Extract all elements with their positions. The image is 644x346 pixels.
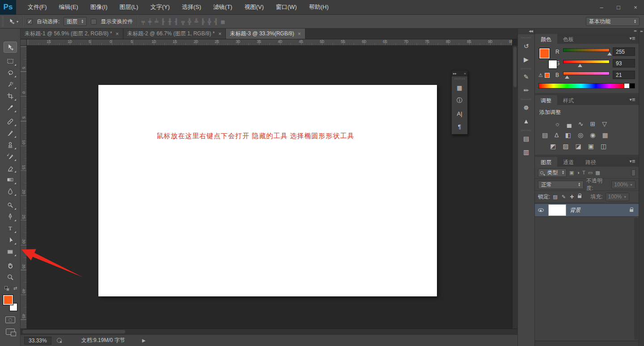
menu-item[interactable]: 选择(S) <box>182 3 201 11</box>
curves-icon[interactable]: ∿ <box>578 121 584 127</box>
photo-filter-icon[interactable]: ◎ <box>578 132 583 138</box>
fill-dropdown[interactable]: 100% ▼ <box>606 193 630 201</box>
workspace-switcher[interactable]: 基本功能 ▲▼ <box>586 17 640 26</box>
type-tool[interactable]: T <box>4 223 17 234</box>
expand-dock-button[interactable]: ◀◀ <box>518 29 534 34</box>
distribute-left-edges-icon[interactable]: ╠ <box>201 18 205 25</box>
menu-item[interactable]: 滤镜(T) <box>213 3 233 11</box>
clone-source-panel-icon[interactable]: ▦ <box>454 83 466 93</box>
move-tool[interactable] <box>4 42 17 53</box>
posterize-icon[interactable]: ▨ <box>563 143 568 149</box>
clone-stamp-tool[interactable] <box>4 139 17 150</box>
layer-comps-panel-icon[interactable]: ▥ <box>520 146 533 158</box>
green-value-field[interactable]: 93 <box>613 59 635 68</box>
blend-mode-dropdown[interactable]: 正常 ▲▼ <box>538 181 584 189</box>
menu-item[interactable]: 窗口(W) <box>276 3 297 11</box>
white-swatch[interactable] <box>624 83 630 89</box>
color-balance-icon[interactable]: ∆ <box>555 132 559 138</box>
quick-selection-tool[interactable] <box>4 79 17 90</box>
green-slider-thumb[interactable] <box>578 64 582 67</box>
auto-select-target-dropdown[interactable]: 图层 ▲▼ <box>64 17 87 26</box>
tab-adjustments[interactable]: 调整 <box>535 95 557 105</box>
vibrance-icon[interactable]: ▽ <box>602 121 607 127</box>
tab-close-icon[interactable]: × <box>116 31 119 37</box>
pen-tool[interactable] <box>4 211 17 222</box>
menu-item[interactable]: 文字(Y) <box>150 3 169 11</box>
horizontal-ruler[interactable]: 1510505101520253035404550556065707580859… <box>27 39 512 46</box>
layer-row-background[interactable]: 背景 <box>535 203 639 217</box>
hue-saturation-icon[interactable]: ▤ <box>542 132 548 138</box>
panel-menu-icon[interactable]: ▾≣ <box>630 157 639 167</box>
layer-visibility-eye-icon[interactable] <box>538 208 544 212</box>
tab-layers[interactable]: 图层 <box>535 157 557 167</box>
foreground-color-swatch[interactable] <box>539 48 550 59</box>
current-tool-button[interactable]: ▾ <box>8 18 18 25</box>
align-top-edges-icon[interactable]: ╤ <box>141 18 145 25</box>
tab-color[interactable]: 颜色 <box>535 34 557 44</box>
filter-type-dropdown[interactable]: 类型 ▲▼ <box>538 169 567 177</box>
actions-panel-icon[interactable]: ▶ <box>520 54 533 65</box>
gradient-map-icon[interactable]: ▣ <box>588 143 594 149</box>
scroll-thumb[interactable] <box>513 47 517 87</box>
red-slider-thumb[interactable] <box>607 52 612 55</box>
tab-close-icon[interactable]: × <box>218 31 221 37</box>
quick-mask-button[interactable] <box>5 316 15 323</box>
scroll-thumb[interactable] <box>22 330 125 333</box>
minimize-button[interactable]: – <box>593 4 610 11</box>
document-tab[interactable]: 未标题-1 @ 56.9% (图层 2, RGB/8) * × <box>21 29 123 39</box>
document-tab[interactable]: 未标题-3 @ 33.3%(RGB/8) × <box>226 29 305 39</box>
dodge-tool[interactable] <box>4 199 17 211</box>
navigator-panel-icon[interactable]: ☸ <box>520 102 533 114</box>
filter-adjustment-layers-icon[interactable]: ◑ <box>576 170 580 175</box>
tab-paths[interactable]: 路径 <box>580 157 602 167</box>
status-expand-arrow[interactable]: ▶ <box>142 338 146 343</box>
foreground-color-swatch[interactable] <box>3 295 13 305</box>
filter-toggle-switch[interactable] <box>631 169 636 176</box>
panel-menu-icon[interactable]: ▾≣ <box>630 95 639 105</box>
layers-list-empty[interactable] <box>535 217 639 341</box>
invert-icon[interactable]: ◩ <box>550 143 556 149</box>
brightness-contrast-icon[interactable]: ☼ <box>555 121 560 127</box>
black-white-icon[interactable]: ◧ <box>565 132 571 138</box>
blue-slider[interactable] <box>563 72 610 75</box>
red-slider[interactable] <box>563 48 610 52</box>
levels-icon[interactable]: ▄ <box>567 121 572 127</box>
marquee-tool[interactable] <box>4 55 17 67</box>
brush-presets-panel-icon[interactable]: ✏ <box>520 84 533 96</box>
notes-panel-icon[interactable]: ▤ <box>520 133 533 144</box>
channel-mixer-icon[interactable]: ◉ <box>590 132 595 138</box>
menu-item[interactable]: 编辑(E) <box>59 3 78 11</box>
scroll-thumb[interactable] <box>634 218 638 340</box>
tab-styles[interactable]: 样式 <box>557 95 580 105</box>
opacity-dropdown[interactable]: 100% ▼ <box>611 181 636 189</box>
auto-align-layers-icon[interactable]: ▦ <box>221 18 225 25</box>
distribute-top-edges-icon[interactable]: ╦ <box>181 18 185 25</box>
selective-color-icon[interactable]: ◫ <box>601 143 606 149</box>
histogram-panel-icon[interactable]: ▲ <box>520 115 533 127</box>
align-right-edges-icon[interactable]: ╢ <box>174 18 178 25</box>
panel-grip[interactable] <box>455 78 465 80</box>
color-lookup-icon[interactable]: ▦ <box>602 132 608 138</box>
distribute-h-centers-icon[interactable]: ╬ <box>208 18 212 25</box>
gamut-color-swatch[interactable] <box>545 73 550 78</box>
menu-item[interactable]: 帮助(H) <box>309 3 329 11</box>
filter-smart-objects-icon[interactable]: ▩ <box>595 170 600 176</box>
menu-item[interactable]: 图像(I) <box>90 3 107 11</box>
vertical-scrollbar[interactable] <box>512 46 517 329</box>
align-h-centers-icon[interactable]: ╫ <box>168 18 172 25</box>
align-left-edges-icon[interactable]: ╟ <box>161 18 165 25</box>
canvas-viewport[interactable]: 鼠标放在这里右键点下会打开 隐藏的工具 选择椭圆形形状工具 ▸▸ × ▦ ⓘ A… <box>27 46 517 329</box>
lock-image-pixels-icon[interactable]: ✎ <box>562 194 566 200</box>
lock-position-icon[interactable]: ✚ <box>570 194 574 200</box>
info-panel-icon[interactable]: ⓘ <box>454 96 466 105</box>
expand-panels-icon[interactable]: ▸▸ <box>640 30 643 33</box>
exposure-icon[interactable]: ⊞ <box>590 121 596 127</box>
tab-close-icon[interactable]: × <box>298 31 301 37</box>
zoom-sync-icon[interactable] <box>57 338 62 343</box>
gamut-warning-icon[interactable]: ⚠ <box>538 72 543 78</box>
close-button[interactable]: × <box>627 4 644 11</box>
healing-brush-tool[interactable] <box>4 116 17 127</box>
blur-tool[interactable] <box>4 186 17 197</box>
blue-slider-thumb[interactable] <box>565 76 569 79</box>
history-brush-tool[interactable] <box>4 151 17 162</box>
